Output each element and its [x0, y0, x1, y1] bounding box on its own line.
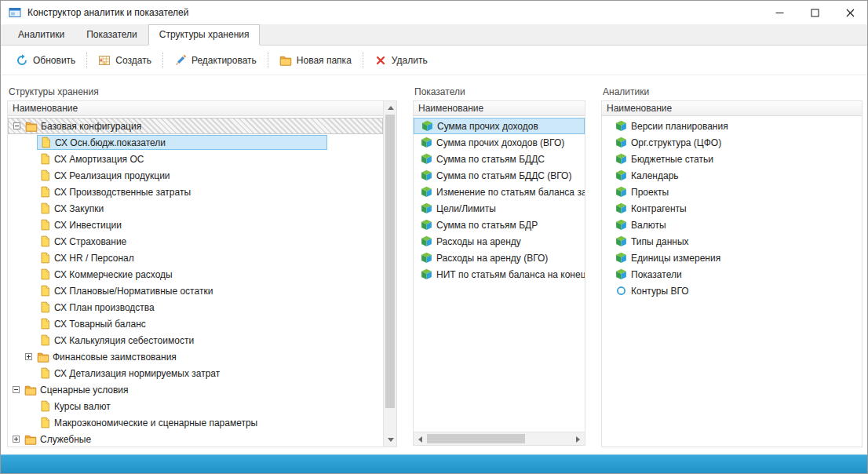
list-item[interactable]: Сумма прочих доходов (ВГО) [414, 134, 585, 151]
list-item[interactable]: Типы данных [602, 233, 862, 250]
list-item[interactable]: Показатели [602, 266, 862, 283]
tree-item-content: СХ Реализация продукции [37, 168, 173, 183]
tree-item[interactable]: СХ Реализация продукции [8, 167, 383, 184]
tree-item-label: СХ Детализация нормируемых затрат [51, 368, 220, 379]
tree-item[interactable]: Служебные [8, 431, 383, 447]
cube-icon [615, 153, 627, 166]
tree-item-content: СХ Инвестиции [37, 217, 124, 232]
tree-item[interactable]: СХ Коммерческие расходы [8, 266, 383, 283]
tree-item[interactable]: Финансовые заимствования [8, 348, 383, 365]
button-label: Создать [115, 55, 151, 66]
maximize-button[interactable] [797, 1, 832, 24]
list-item[interactable]: Цели/Лимиты [414, 200, 585, 217]
storage-column-header[interactable]: Наименование [8, 101, 383, 116]
tree-item[interactable]: СХ Детализация нормируемых затрат [8, 365, 383, 381]
list-item-label: Календарь [627, 170, 679, 181]
tree-item[interactable]: Макроэкономические и сценарные параметры [8, 414, 383, 431]
tree-item-label: СХ Плановые/Нормативные остатки [51, 286, 213, 297]
list-item[interactable]: Сумма по статьям БДР [414, 217, 585, 233]
analytics-list: Версии планированияОрг.структура (ЦФО)Бю… [602, 116, 862, 447]
list-item[interactable]: Сумма прочих доходов [414, 118, 585, 134]
tree-item[interactable]: СХ Инвестиции [8, 217, 383, 233]
vertical-scrollbar[interactable] [383, 101, 396, 447]
close-button[interactable] [832, 1, 867, 24]
scroll-up-button[interactable] [384, 101, 397, 115]
folder-icon [24, 384, 37, 396]
expand-icon[interactable] [13, 436, 20, 443]
new-folder-button[interactable]: Новая папка [272, 51, 359, 70]
right-arrow-icon [576, 436, 580, 443]
tree-item[interactable]: СХ Производственные затраты [8, 184, 383, 200]
analytics-column-header[interactable]: Наименование [602, 101, 862, 116]
list-item[interactable]: Единицы измерения [602, 250, 862, 266]
delete-button[interactable]: Удалить [367, 51, 435, 70]
edit-button[interactable]: Редактировать [167, 51, 264, 70]
hscrollbar-thumb[interactable] [427, 434, 525, 443]
tree-item-label: Макроэкономические и сценарные параметры [51, 417, 257, 428]
expand-icon[interactable] [25, 353, 32, 360]
folder-icon [24, 433, 37, 446]
tree-item[interactable]: СХ Страхование [8, 233, 383, 250]
scroll-right-button[interactable] [571, 432, 585, 446]
tab-indicators[interactable]: Показатели [75, 24, 148, 46]
cube-icon [615, 170, 627, 182]
indicators-panel-title: Показатели [413, 85, 585, 100]
down-arrow-icon [388, 438, 394, 442]
storage-tree-box: Наименование Базовая конфигурацияСХ Осн.… [7, 100, 397, 447]
analytics-panel-title: Аналитики [601, 85, 863, 100]
tab-storage-structures[interactable]: Структуры хранения [148, 24, 261, 46]
tree-item[interactable]: Сценарные условия [8, 381, 383, 398]
list-item[interactable]: Изменение по статьям баланса за п [414, 184, 585, 200]
tree-item[interactable]: СХ Закупки [8, 200, 383, 217]
scrollbar-track[interactable] [384, 115, 396, 433]
tree-item[interactable]: СХ Калькуляция себестоимости [8, 332, 383, 348]
tab-analytics[interactable]: Аналитики [7, 24, 75, 46]
refresh-button[interactable]: Обновить [9, 51, 82, 70]
list-item[interactable]: Версии планирования [602, 118, 862, 134]
tree-item-content: СХ Страхование [37, 234, 129, 249]
minimize-button[interactable] [761, 1, 797, 24]
collapse-icon[interactable] [13, 386, 20, 393]
list-item[interactable]: Расходы на аренду [414, 233, 585, 250]
list-item-label: Сумма по статьям БДР [432, 220, 538, 231]
list-item[interactable]: Орг.структура (ЦФО) [602, 134, 862, 151]
tree-item-content: Базовая конфигурация [24, 118, 144, 133]
list-item[interactable]: Календарь [602, 167, 862, 184]
tree-item[interactable]: Курсы валют [8, 398, 383, 414]
list-item[interactable]: НИТ по статьям баланса на конец п [414, 266, 585, 283]
scroll-down-button[interactable] [384, 433, 397, 447]
tree-item[interactable]: СХ HR / Персонал [8, 250, 383, 266]
tree-item-label: СХ Амортизация ОС [51, 154, 144, 165]
list-item[interactable]: Контрагенты [602, 200, 862, 217]
list-item-label: Расходы на аренду [432, 236, 521, 247]
tree-item[interactable]: СХ Товарный баланс [8, 315, 383, 332]
document-icon [38, 202, 51, 215]
list-item-label: НИТ по статьям баланса на конец п [432, 269, 585, 280]
list-item[interactable]: Расходы на аренду (ВГО) [414, 250, 585, 266]
list-item-label: Сумма по статьям БДДС [432, 154, 545, 165]
list-item[interactable]: Сумма по статьям БДДС [414, 151, 585, 167]
list-item[interactable]: Валюты [602, 217, 862, 233]
tree-item[interactable]: СХ Амортизация ОС [8, 151, 383, 167]
storage-panel-title: Структуры хранения [7, 85, 397, 100]
list-item[interactable]: Бюджетные статьи [602, 151, 862, 167]
cube-icon [420, 137, 432, 149]
scroll-left-button[interactable] [414, 432, 427, 446]
horizontal-scrollbar[interactable] [414, 432, 585, 445]
list-item-label: Валюты [627, 220, 666, 231]
tree-item[interactable]: СХ Осн.бюдж.показатели [8, 134, 383, 151]
toolbar-separator [86, 53, 87, 68]
tree-item[interactable]: Базовая конфигурация [8, 118, 383, 134]
indicators-column-header[interactable]: Наименование [414, 101, 585, 116]
list-item[interactable]: Контуры ВГО [602, 283, 862, 299]
create-button[interactable]: Создать [91, 51, 159, 70]
tree-item[interactable]: СХ Плановые/Нормативные остатки [8, 283, 383, 299]
list-item[interactable]: Сумма по статьям БДДС (ВГО) [414, 167, 585, 184]
cube-icon [615, 219, 627, 232]
collapse-icon[interactable] [13, 122, 20, 129]
main-content: Структуры хранения Наименование Базовая … [1, 75, 867, 454]
tree-item[interactable]: СХ План производства [8, 299, 383, 315]
hscrollbar-track[interactable] [427, 432, 571, 445]
scrollbar-thumb[interactable] [385, 115, 395, 408]
list-item[interactable]: Проекты [602, 184, 862, 200]
